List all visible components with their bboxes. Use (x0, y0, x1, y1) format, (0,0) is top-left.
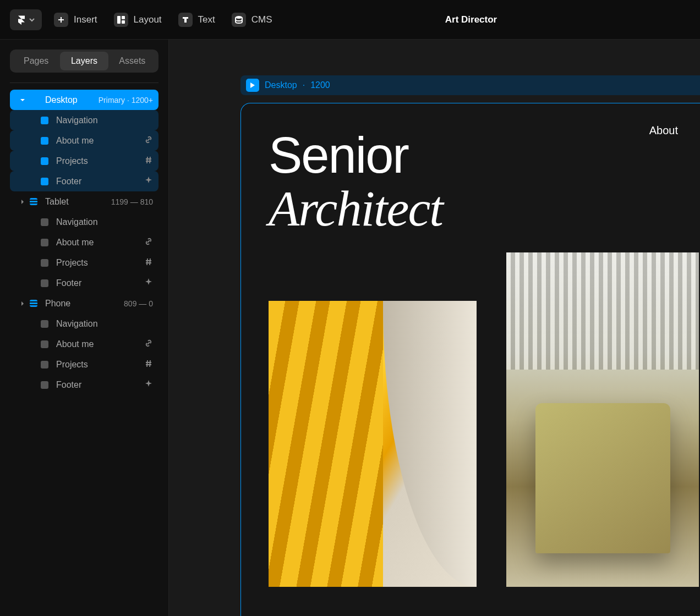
project-image-2[interactable] (506, 252, 699, 587)
hero-line-1: Senior (269, 129, 672, 182)
svg-rect-3 (122, 16, 125, 19)
chevron-down-icon (29, 16, 35, 23)
layer-meta: 1199 — 810 (111, 197, 153, 206)
svg-rect-4 (122, 20, 125, 24)
breakpoint-phone[interactable]: Phone809 — 0 (10, 293, 158, 314)
svg-rect-2 (117, 16, 121, 24)
sparkle-icon (144, 278, 153, 289)
layer-about-me[interactable]: About me (10, 334, 158, 354)
layer-about-me[interactable]: About me (10, 232, 158, 252)
layer-footer[interactable]: Footer (10, 273, 158, 293)
component-icon (41, 137, 48, 145)
component-icon (41, 340, 48, 348)
chevron-icon[interactable] (19, 199, 26, 205)
layer-projects[interactable]: Projects (10, 354, 158, 375)
hero-line-2: Architect (269, 182, 672, 235)
layer-meta: Primary · 1200+ (99, 96, 153, 105)
layer-projects[interactable]: Projects (10, 252, 158, 273)
canvas-frame[interactable]: About Senior Architect (240, 103, 700, 616)
divider (10, 82, 158, 83)
layer-meta: 809 — 0 (124, 299, 153, 308)
layer-label: Navigation (56, 319, 144, 329)
component-icon (41, 178, 48, 185)
tab-pages[interactable]: Pages (12, 52, 60, 70)
breakpoint-bar[interactable]: Desktop · 1200 (240, 75, 700, 95)
layer-navigation[interactable]: Navigation (10, 314, 158, 334)
sparkle-icon (144, 176, 153, 187)
layer-label: Projects (56, 156, 144, 166)
breakpoint-desktop[interactable]: DesktopPrimary · 1200+ (10, 90, 158, 110)
hash-icon (144, 257, 153, 268)
frame-icon (30, 198, 37, 205)
link-icon (144, 135, 153, 146)
nav-link-about[interactable]: About (649, 124, 678, 137)
insert-tool[interactable]: Insert (54, 13, 97, 27)
sparkle-icon (144, 380, 153, 391)
link-icon (144, 237, 153, 248)
component-icon (41, 259, 48, 267)
layer-label: About me (56, 136, 144, 146)
link-icon (144, 339, 153, 350)
sidebar-tabs: Pages Layers Assets (10, 50, 158, 73)
canvas[interactable]: Desktop · 1200 About Senior Architect (169, 40, 700, 616)
project-image-1[interactable] (269, 301, 477, 587)
layer-label: Desktop (45, 95, 99, 105)
top-toolbar: Insert Layout Text CMS Art Director (0, 0, 700, 40)
cms-label: CMS (251, 14, 272, 25)
database-icon (232, 13, 246, 27)
hash-icon (144, 156, 153, 167)
layer-footer[interactable]: Footer (10, 375, 158, 395)
document-title[interactable]: Art Director (445, 14, 497, 25)
component-icon (41, 117, 48, 124)
layer-footer[interactable]: Footer (10, 171, 158, 191)
component-icon (41, 361, 48, 369)
insert-label: Insert (74, 14, 97, 25)
layer-navigation[interactable]: Navigation (10, 212, 158, 232)
svg-rect-1 (58, 19, 64, 20)
layer-label: Projects (56, 258, 144, 268)
breakpoint-tablet[interactable]: Tablet1199 — 810 (10, 191, 158, 212)
layer-tree: DesktopPrimary · 1200+NavigationAbout me… (10, 90, 158, 395)
separator: · (303, 80, 305, 90)
layer-label: Tablet (45, 197, 111, 207)
layer-label: Projects (56, 360, 144, 370)
cms-tool[interactable]: CMS (232, 13, 272, 27)
layer-label: Footer (56, 177, 144, 186)
layer-label: About me (56, 339, 144, 349)
hero-title[interactable]: Senior Architect (269, 129, 672, 235)
framer-logo-icon (17, 15, 26, 25)
text-label: Text (198, 14, 215, 25)
layout-icon (114, 13, 128, 27)
app-menu-button[interactable] (10, 9, 42, 30)
tab-layers[interactable]: Layers (60, 52, 108, 70)
layer-projects[interactable]: Projects (10, 151, 158, 171)
chevron-icon[interactable] (19, 301, 26, 306)
component-icon (41, 239, 48, 246)
tab-assets[interactable]: Assets (108, 52, 156, 70)
layer-label: Footer (56, 278, 144, 288)
component-icon (41, 320, 48, 328)
frame-icon (30, 96, 37, 104)
play-icon[interactable] (246, 79, 259, 92)
frame-icon (30, 300, 37, 307)
left-sidebar: Pages Layers Assets DesktopPrimary · 120… (0, 40, 169, 616)
component-icon (41, 218, 48, 226)
image-row (269, 301, 672, 587)
text-tool[interactable]: Text (178, 13, 215, 27)
component-icon (41, 381, 48, 389)
layer-label: Phone (45, 299, 124, 309)
plus-icon (54, 13, 68, 27)
layer-navigation[interactable]: Navigation (10, 110, 158, 130)
breakpoint-width: 1200 (310, 80, 330, 90)
component-icon (41, 157, 48, 165)
chevron-icon[interactable] (19, 97, 26, 103)
layout-tool[interactable]: Layout (114, 13, 162, 27)
hash-icon (144, 359, 153, 370)
layer-label: About me (56, 238, 144, 248)
svg-point-5 (236, 16, 242, 19)
breakpoint-name: Desktop (265, 80, 297, 90)
layer-label: Navigation (56, 116, 144, 125)
layout-label: Layout (134, 14, 162, 25)
text-icon (178, 13, 193, 27)
layer-about-me[interactable]: About me (10, 130, 158, 151)
